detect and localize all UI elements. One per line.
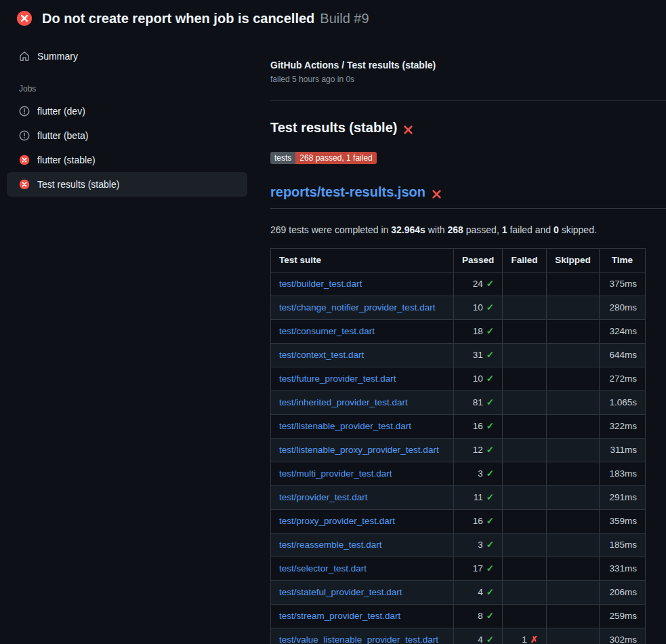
failed-cell <box>503 344 547 367</box>
report-title: reports/test-results.json <box>270 184 666 209</box>
col-header-test-suite: Test suite <box>271 249 454 273</box>
test-suite-link[interactable]: test/proxy_provider_test.dart <box>279 516 395 526</box>
test-suite-link[interactable]: test/consumer_test.dart <box>279 326 375 336</box>
check-icon: ✓ <box>486 563 494 573</box>
test-suite-link[interactable]: test/selector_test.dart <box>279 563 367 573</box>
test-suite-link[interactable]: test/value_listenable_provider_test.dart <box>279 635 438 644</box>
sidebar-item-summary[interactable]: Summary <box>7 45 247 68</box>
table-row: test/reassemble_test.dart3✓185ms <box>271 534 646 557</box>
failed-count: 1 <box>522 635 527 644</box>
time-cell: 206ms <box>600 581 646 605</box>
failed-cell: 1✗ <box>503 628 547 644</box>
sidebar-item-test-results-stable[interactable]: Test results (stable) <box>7 172 247 197</box>
passed-count: 3 <box>478 540 483 550</box>
time-cell: 322ms <box>600 415 646 439</box>
skipped-cell <box>547 534 600 557</box>
time-cell: 375ms <box>600 273 646 296</box>
sidebar-item-label: flutter (beta) <box>37 130 88 141</box>
skipped-cell <box>547 557 600 581</box>
main-content: GitHub Actions / Test results (stable) f… <box>254 35 666 644</box>
failed-cell <box>503 581 547 605</box>
check-icon: ✓ <box>486 397 494 407</box>
report-link[interactable]: reports/test-results.json <box>270 184 425 200</box>
test-suite-link[interactable]: test/context_test.dart <box>279 350 364 360</box>
skipped-cell <box>547 344 600 367</box>
test-suite-link[interactable]: test/stream_provider_test.dart <box>279 611 400 621</box>
section-title-text: Test results (stable) <box>270 120 397 136</box>
summary-text: 269 tests were completed in 32.964s with… <box>270 224 666 235</box>
time-cell: 331ms <box>600 557 646 581</box>
passed-count: 81 <box>473 397 483 407</box>
check-icon: ✓ <box>486 635 494 644</box>
table-row: test/inherited_provider_test.dart81✓1.06… <box>271 391 646 415</box>
table-row: test/value_listenable_provider_test.dart… <box>271 628 646 644</box>
passed-cell: 16✓ <box>454 415 503 439</box>
check-icon: ✓ <box>486 540 494 550</box>
home-icon <box>19 51 30 62</box>
check-icon: ✓ <box>486 326 494 336</box>
sidebar-item-label: Summary <box>37 51 78 62</box>
test-suite-link[interactable]: test/inherited_provider_test.dart <box>279 397 408 407</box>
sidebar-item-label: flutter (dev) <box>37 106 85 117</box>
failed-cell <box>503 391 547 415</box>
passed-cell: 3✓ <box>454 534 503 557</box>
col-header-failed: Failed <box>503 249 547 273</box>
skipped-cell <box>547 605 600 628</box>
test-suite-link[interactable]: test/future_provider_test.dart <box>279 374 396 384</box>
table-row: test/provider_test.dart11✓291ms <box>271 486 646 510</box>
sidebar-item-label: flutter (stable) <box>37 155 96 165</box>
badge-label: tests <box>270 152 295 164</box>
test-suite-link[interactable]: test/change_notifier_provider_test.dart <box>279 302 435 313</box>
table-header-row: Test suite Passed Failed Skipped Time <box>271 249 646 273</box>
build-number: Build #9 <box>320 11 369 26</box>
test-suite-link[interactable]: test/stateful_provider_test.dart <box>279 587 402 597</box>
time-cell: 359ms <box>600 510 646 534</box>
summary-part: skipped. <box>559 224 597 235</box>
table-row: test/future_provider_test.dart10✓272ms <box>271 367 646 391</box>
check-icon: ✓ <box>486 516 494 526</box>
table-row: test/listenable_proxy_provider_test.dart… <box>271 439 646 462</box>
check-icon: ✓ <box>486 302 494 313</box>
time-cell: 259ms <box>600 605 646 628</box>
passed-cell: 10✓ <box>454 296 503 320</box>
passed-cell: 4✓ <box>454 628 503 644</box>
x-icon: ✗ <box>530 635 538 644</box>
passed-cell: 31✓ <box>454 344 503 367</box>
passed-cell: 4✓ <box>454 581 503 605</box>
time-cell: 280ms <box>600 296 646 320</box>
breadcrumb: GitHub Actions / Test results (stable) <box>270 60 666 71</box>
jobs-heading: Jobs <box>0 68 254 99</box>
passed-count: 10 <box>473 302 483 313</box>
failed-cell <box>503 534 547 557</box>
time-cell: 291ms <box>600 486 646 510</box>
test-suite-link[interactable]: test/provider_test.dart <box>279 492 368 502</box>
test-suite-link[interactable]: test/multi_provider_test.dart <box>279 468 392 479</box>
failed-cell <box>503 557 547 581</box>
test-suite-link[interactable]: test/reassemble_test.dart <box>279 540 382 550</box>
skipped-cell <box>547 486 600 510</box>
sidebar-item-flutter-beta[interactable]: flutter (beta) <box>7 123 247 148</box>
results-table: Test suite Passed Failed Skipped Time te… <box>270 248 646 644</box>
fail-x-icon <box>403 123 413 133</box>
passed-count: 10 <box>473 374 483 384</box>
table-row: test/change_notifier_provider_test.dart1… <box>271 296 646 320</box>
skipped-cell <box>547 628 600 644</box>
time-cell: 324ms <box>600 320 646 344</box>
x-circle-icon <box>16 10 33 26</box>
sidebar-item-flutter-stable[interactable]: flutter (stable) <box>7 148 247 172</box>
passed-count: 17 <box>473 563 483 573</box>
table-row: test/consumer_test.dart18✓324ms <box>271 320 646 344</box>
table-row: test/multi_provider_test.dart3✓183ms <box>271 462 646 486</box>
passed-cell: 17✓ <box>454 557 503 581</box>
failed-cell <box>503 439 547 462</box>
failed-cell <box>503 486 547 510</box>
test-suite-link[interactable]: test/listenable_provider_test.dart <box>279 421 411 431</box>
test-suite-link[interactable]: test/builder_test.dart <box>279 279 362 289</box>
time-cell: 272ms <box>600 367 646 391</box>
col-header-skipped: Skipped <box>547 249 600 273</box>
sidebar-item-flutter-dev[interactable]: flutter (dev) <box>7 99 247 123</box>
check-icon: ✓ <box>486 445 494 455</box>
passed-cell: 16✓ <box>454 510 503 534</box>
table-row: test/listenable_provider_test.dart16✓322… <box>271 415 646 439</box>
test-suite-link[interactable]: test/listenable_proxy_provider_test.dart <box>279 445 439 455</box>
